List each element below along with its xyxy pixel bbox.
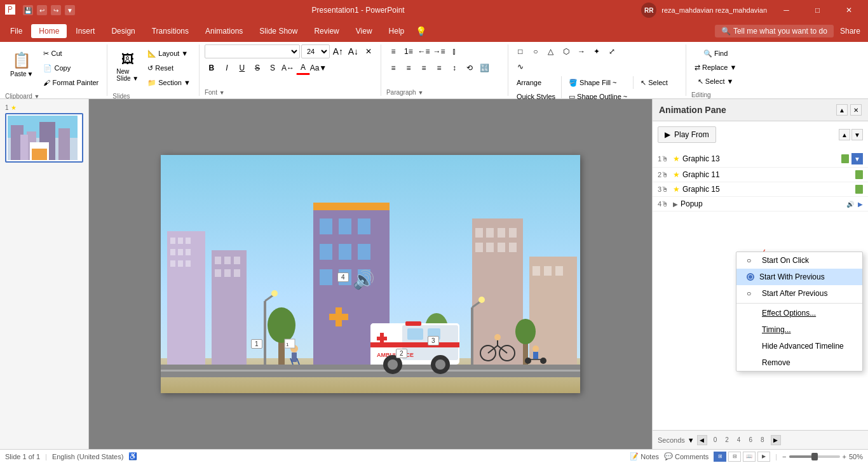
arrange-button[interactable]: Arrange — [513, 76, 559, 89]
seconds-button[interactable]: Seconds — [658, 436, 685, 444]
clear-format-button[interactable]: ✕ — [362, 44, 376, 58]
menu-transitions[interactable]: Transitions — [144, 24, 196, 38]
font-color-button[interactable]: A — [296, 61, 310, 75]
ctx-start-after-previous[interactable]: ○ Start After Previous — [736, 285, 862, 302]
shape1-button[interactable]: □ — [513, 44, 527, 58]
select-editing-button[interactable]: ↖ Select ▼ — [695, 75, 737, 88]
reading-view-button[interactable]: 📖 — [743, 452, 756, 462]
ctx-effect-options[interactable]: Effect Options... — [736, 305, 862, 321]
scroll-up-button[interactable]: ▲ — [839, 129, 850, 140]
notes-button[interactable]: 📝 Notes — [630, 452, 659, 460]
shape-fill-button[interactable]: 🪣 Shape Fill ~ — [566, 76, 630, 89]
ctx-hide-advanced[interactable]: Hide Advanced Timeline — [736, 338, 862, 354]
select-button[interactable]: ↖ Select — [637, 76, 671, 89]
maximize-button[interactable]: □ — [803, 0, 832, 20]
timeline-back-button[interactable]: ◀ — [697, 435, 707, 445]
underline-button[interactable]: U — [235, 61, 249, 75]
ctx-timing[interactable]: Timing... — [736, 321, 862, 338]
play-from-button[interactable]: ▶ Play From — [658, 126, 716, 143]
lightbulb-icon[interactable]: 💡 — [416, 26, 426, 36]
slide-thumbnail[interactable] — [5, 113, 83, 163]
zoom-in-icon[interactable]: + — [843, 453, 846, 460]
increase-indent-button[interactable]: →≡ — [432, 44, 446, 58]
shape6-button[interactable]: ✦ — [590, 44, 604, 58]
slide-canvas[interactable]: AMBULANCE — [161, 155, 580, 393]
bold-button[interactable]: B — [205, 61, 219, 75]
align-left-button[interactable]: ≡ — [386, 61, 400, 75]
save-icon[interactable]: 💾 — [23, 5, 33, 15]
align-center-button[interactable]: ≡ — [402, 61, 416, 75]
ctx-start-on-click[interactable]: ○ Start On Click — [736, 252, 862, 269]
paste-button[interactable]: 📋 Paste ▼ — [5, 49, 38, 84]
format-painter-button[interactable]: 🖌 Format Painter — [40, 76, 102, 89]
menu-view[interactable]: View — [348, 24, 380, 38]
shape2-button[interactable]: ○ — [529, 44, 543, 58]
slide-sorter-button[interactable]: ⊟ — [728, 452, 741, 462]
shape7-button[interactable]: ⤢ — [605, 44, 619, 58]
main-canvas[interactable]: AMBULANCE — [89, 99, 652, 449]
text-direction-button[interactable]: ⟲ — [463, 61, 477, 75]
minimize-button[interactable]: ─ — [772, 0, 801, 20]
copy-button[interactable]: 📄 Copy — [40, 62, 102, 74]
timeline-forward-button[interactable]: ▶ — [771, 435, 781, 445]
comments-button[interactable]: 💬 Comments — [664, 452, 709, 460]
char-spacing-button[interactable]: A↔ — [281, 61, 295, 75]
align-right-button[interactable]: ≡ — [417, 61, 431, 75]
cut-button[interactable]: ✂ Cut — [40, 47, 102, 60]
share-button[interactable]: Share — [835, 24, 865, 38]
italic-button[interactable]: I — [220, 61, 234, 75]
redo-icon[interactable]: ↪ — [51, 5, 61, 15]
menu-insert[interactable]: Insert — [68, 24, 102, 38]
decrease-font-size-button[interactable]: A↓ — [346, 44, 360, 58]
anim-item-1[interactable]: 1🖱 ★ Graphic 13 ▼ — [653, 151, 868, 168]
anim-item-2[interactable]: 2🖱 ★ Graphic 11 — [653, 168, 868, 182]
menu-design[interactable]: Design — [104, 24, 142, 38]
shape3-button[interactable]: △ — [544, 44, 558, 58]
line-spacing-button[interactable]: ↕ — [447, 61, 461, 75]
replace-button[interactable]: ⇄ Replace ▼ — [691, 61, 740, 74]
reset-button[interactable]: ↺ Reset — [144, 62, 194, 74]
new-slide-button[interactable]: 🖼 NewSlide ▼ — [112, 49, 142, 84]
numbering-button[interactable]: 1≡ — [402, 44, 416, 58]
tell-me-box[interactable]: 🔍 Tell me what you want to do — [715, 25, 834, 37]
ctx-remove[interactable]: Remove — [736, 354, 862, 371]
close-button[interactable]: ✕ — [834, 0, 863, 20]
find-button[interactable]: 🔍 Find — [700, 47, 731, 60]
scroll-down-button[interactable]: ▼ — [851, 129, 863, 140]
undo-icon[interactable]: ↩ — [37, 5, 47, 15]
menu-animations[interactable]: Animations — [198, 24, 250, 38]
anim-dropdown-1[interactable]: ▼ — [851, 153, 863, 164]
increase-font-size-button[interactable]: A↑ — [331, 44, 345, 58]
smart-art-button[interactable]: 🔣 — [478, 61, 492, 75]
menu-home[interactable]: Home — [31, 24, 67, 38]
decrease-indent-button[interactable]: ←≡ — [417, 44, 431, 58]
shape4-button[interactable]: ⬡ — [559, 44, 573, 58]
justify-button[interactable]: ≡ — [432, 61, 446, 75]
pane-close-button[interactable]: ✕ — [850, 104, 862, 116]
font-family-select[interactable] — [205, 44, 300, 58]
shape8-button[interactable]: ∿ — [513, 60, 527, 74]
menu-slideshow[interactable]: Slide Show — [252, 24, 305, 38]
strikethrough-button[interactable]: S — [250, 61, 264, 75]
font-case-button[interactable]: Aa▼ — [311, 61, 325, 75]
font-size-select[interactable]: 24 — [301, 44, 330, 58]
section-button[interactable]: 📁 Section ▼ — [144, 76, 194, 89]
normal-view-button[interactable]: ⊞ — [714, 452, 726, 462]
accessibility-icon[interactable]: ♿ — [128, 452, 137, 460]
columns-button[interactable]: ⫿ — [447, 44, 461, 58]
pane-shrink-button[interactable]: ▲ — [836, 104, 848, 116]
zoom-handle[interactable] — [811, 453, 818, 460]
layout-button[interactable]: 📐 Layout ▼ — [144, 47, 194, 60]
menu-file[interactable]: File — [3, 24, 30, 38]
anim-item-3[interactable]: 3🖱 ★ Graphic 15 — [653, 182, 868, 197]
shape5-button[interactable]: → — [574, 44, 588, 58]
slideshow-view-button[interactable]: ▶ — [757, 452, 770, 462]
shadow-button[interactable]: S — [266, 61, 280, 75]
bullets-button[interactable]: ≡ — [386, 44, 400, 58]
ctx-start-with-previous[interactable]: Start With Previous — [736, 269, 862, 285]
menu-help[interactable]: Help — [381, 24, 412, 38]
anim-item-4[interactable]: 4🖱 ▶ Popup 🔊 ▶ — [653, 197, 868, 211]
zoom-slider[interactable] — [789, 455, 840, 458]
zoom-out-icon[interactable]: − — [782, 453, 786, 460]
customize-qat-icon[interactable]: ▼ — [65, 5, 75, 15]
